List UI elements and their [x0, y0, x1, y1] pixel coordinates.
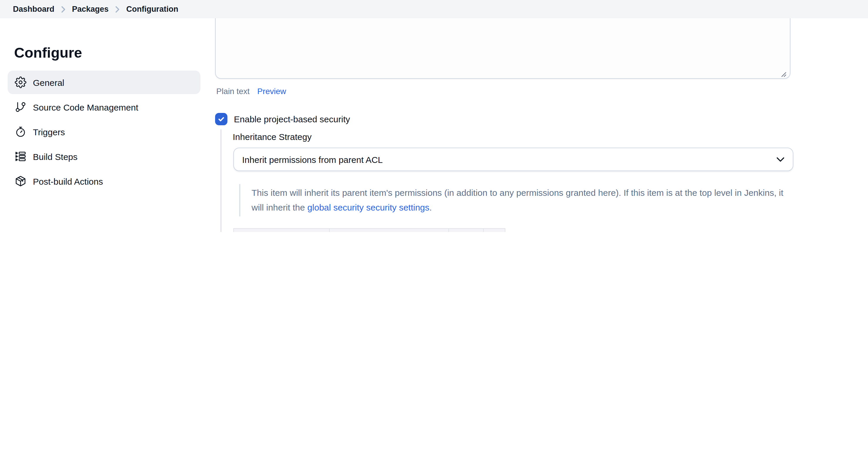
sidebar-item-label: Source Code Management	[33, 102, 138, 112]
enable-security-label: Enable project-based security	[234, 114, 350, 124]
chevron-right-icon	[61, 6, 65, 12]
section-indent-line	[220, 129, 221, 232]
plain-text-label: Plain text	[216, 87, 250, 96]
matrix-corner-header: User/group	[234, 229, 329, 232]
resize-handle[interactable]	[780, 69, 787, 80]
sidebar-item-label: Post-build Actions	[33, 176, 103, 186]
breadcrumb-packages[interactable]: Packages	[72, 5, 109, 13]
select-value: Inherit permissions from parent ACL	[242, 154, 383, 164]
sidebar-item-source-code-management[interactable]: Source Code Management	[8, 95, 200, 119]
inheritance-strategy-label: Inheritance Strategy	[233, 132, 312, 142]
enable-security-row: Enable project-based security	[215, 113, 350, 125]
matrix-group-header: Job	[329, 229, 448, 232]
sidebar-item-general[interactable]: General	[8, 70, 200, 94]
description-textarea[interactable]	[215, 9, 790, 79]
sidebar-item-post-build-actions[interactable]: Post-build Actions	[8, 169, 200, 193]
config-section-nav: General Source Code Management Triggers …	[8, 70, 200, 194]
configure-page: Dashboard Packages Configuration Configu…	[0, 0, 868, 232]
permission-matrix: User/groupJobRunSCMBuildCancelConfigureD…	[233, 228, 505, 232]
stopwatch-icon	[15, 126, 26, 138]
branch-icon	[15, 101, 26, 113]
breadcrumb: Dashboard Packages Configuration	[0, 0, 868, 18]
chevron-down-icon	[776, 154, 784, 165]
package-icon	[15, 175, 26, 187]
sidebar-item-triggers[interactable]: Triggers	[8, 120, 200, 144]
enable-security-checkbox[interactable]	[215, 113, 227, 125]
inheritance-strategy-select[interactable]: Inherit permissions from parent ACL	[233, 148, 794, 171]
sidebar-item-build-steps[interactable]: Build Steps	[8, 145, 200, 168]
global-security-settings-link[interactable]: global security security settings	[307, 202, 429, 212]
build-steps-icon	[15, 150, 26, 162]
chevron-right-icon	[115, 6, 120, 12]
breadcrumb-dashboard[interactable]: Dashboard	[13, 5, 54, 13]
matrix-group-header: SCM	[483, 229, 505, 232]
inheritance-info-text: This item will inherit its parent item's…	[239, 184, 792, 216]
sidebar-item-label: Build Steps	[33, 151, 78, 162]
preview-link[interactable]: Preview	[257, 87, 286, 96]
matrix-group-header: Run	[448, 229, 483, 232]
sidebar-item-label: Triggers	[33, 127, 65, 137]
description-modeline: Plain text Preview	[216, 87, 286, 96]
gear-icon	[15, 77, 26, 88]
page-title: Configure	[14, 45, 82, 61]
sidebar-item-label: General	[33, 77, 64, 87]
breadcrumb-configuration[interactable]: Configuration	[126, 5, 178, 13]
